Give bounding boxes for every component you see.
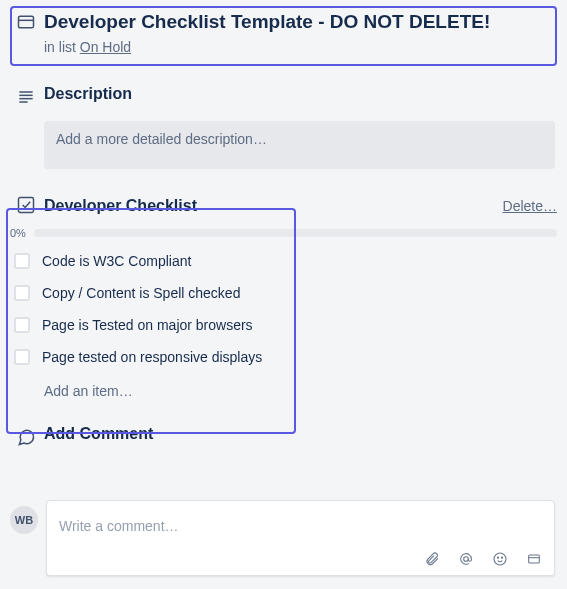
svg-rect-0 — [19, 16, 34, 28]
list-name-link[interactable]: On Hold — [80, 39, 131, 55]
checklist-header: Developer Checklist Delete… — [0, 169, 567, 219]
checklist-item[interactable]: Code is W3C Compliant — [8, 245, 559, 277]
comment-title: Add Comment — [44, 425, 153, 443]
comment-input[interactable] — [47, 501, 554, 551]
checklist-item[interactable]: Page is Tested on major browsers — [8, 309, 559, 341]
attachment-icon[interactable] — [424, 551, 440, 567]
card-title[interactable]: Developer Checklist Template - DO NOT DE… — [44, 10, 559, 35]
checkbox[interactable] — [14, 253, 30, 269]
svg-point-8 — [494, 553, 506, 565]
svg-rect-11 — [529, 555, 540, 563]
card-icon[interactable] — [526, 551, 542, 567]
checklist-progress: 0% — [0, 219, 567, 245]
progress-bar — [34, 229, 557, 237]
checkbox[interactable] — [14, 317, 30, 333]
svg-rect-6 — [19, 197, 34, 212]
comment-section: Add Comment — [0, 407, 567, 451]
checklist-item-label[interactable]: Page tested on responsive displays — [42, 345, 262, 369]
comment-toolbar — [47, 551, 554, 575]
checklist-item-label[interactable]: Copy / Content is Spell checked — [42, 281, 240, 305]
checklist-item-label[interactable]: Code is W3C Compliant — [42, 249, 191, 273]
checklist-item[interactable]: Page tested on responsive displays — [8, 341, 559, 373]
comment-icon — [16, 427, 36, 451]
description-section: Description — [0, 79, 567, 111]
svg-point-7 — [464, 557, 469, 562]
in-list-label: in list — [44, 39, 80, 55]
checklist-items: Code is W3C Compliant Copy / Content is … — [0, 245, 567, 407]
description-title: Description — [44, 85, 559, 103]
add-checklist-item[interactable]: Add an item… — [8, 373, 559, 407]
checkbox[interactable] — [14, 349, 30, 365]
svg-point-10 — [501, 557, 502, 558]
mention-icon[interactable] — [458, 551, 474, 567]
delete-checklist-link[interactable]: Delete… — [503, 198, 557, 214]
progress-percent: 0% — [10, 227, 34, 239]
card-list-location: in list On Hold — [44, 39, 559, 55]
checklist-icon — [16, 195, 36, 219]
checklist-title[interactable]: Developer Checklist — [44, 197, 197, 215]
card-icon — [16, 12, 36, 55]
comment-box — [46, 500, 555, 576]
emoji-icon[interactable] — [492, 551, 508, 567]
checkbox[interactable] — [14, 285, 30, 301]
svg-point-9 — [497, 557, 498, 558]
avatar[interactable]: WB — [10, 506, 38, 534]
card-header: Developer Checklist Template - DO NOT DE… — [0, 0, 567, 59]
description-icon — [16, 87, 36, 111]
checklist-item[interactable]: Copy / Content is Spell checked — [8, 277, 559, 309]
description-placeholder-box[interactable]: Add a more detailed description… — [44, 121, 555, 169]
checklist-item-label[interactable]: Page is Tested on major browsers — [42, 313, 253, 337]
